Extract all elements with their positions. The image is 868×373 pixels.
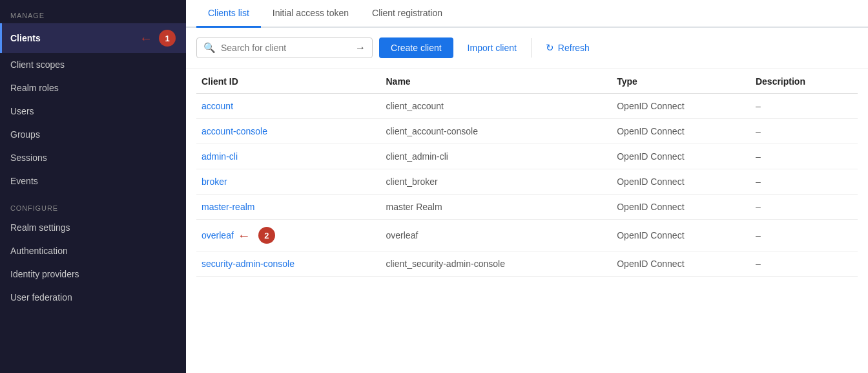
- cell-type: OpenID Connect: [612, 119, 750, 144]
- tab-client-registration[interactable]: Client registration: [360, 0, 454, 28]
- cell-type: OpenID Connect: [612, 169, 750, 195]
- overleaf-arrow-annotation: ←: [238, 228, 251, 243]
- client-id-link[interactable]: account-console: [202, 126, 267, 136]
- sidebar-item-label: Identity providers: [10, 269, 79, 279]
- table-row: admin-cliclient_admin-cliOpenID Connect–: [196, 144, 858, 169]
- refresh-button[interactable]: ↻ Refresh: [538, 37, 597, 59]
- sidebar-item-label: Clients: [10, 33, 41, 43]
- search-input[interactable]: [221, 43, 350, 53]
- cell-name: client_broker: [381, 169, 612, 195]
- cell-client-id: admin-cli: [196, 144, 381, 169]
- cell-name: client_security-admin-console: [381, 251, 612, 277]
- search-icon: 🔍: [203, 42, 216, 54]
- cell-description: –: [750, 169, 858, 195]
- sidebar-item-label: Authentication: [10, 246, 68, 256]
- cell-client-id: overleaf←2: [196, 220, 381, 251]
- cell-client-id: master-realm: [196, 195, 381, 220]
- table-row: accountclient_accountOpenID Connect–: [196, 94, 858, 119]
- sidebar-item-label: Events: [10, 176, 38, 186]
- cell-type: OpenID Connect: [612, 251, 750, 277]
- refresh-label: Refresh: [558, 43, 590, 53]
- col-type: Type: [612, 69, 750, 94]
- annotation-badge-1: 1: [159, 30, 176, 47]
- sidebar-item-realm-settings[interactable]: Realm settings: [0, 216, 186, 239]
- cell-description: –: [750, 94, 858, 119]
- cell-description: –: [750, 144, 858, 169]
- sidebar-item-client-scopes[interactable]: Client scopes: [0, 53, 186, 76]
- cell-client-id: broker: [196, 169, 381, 195]
- cell-description: –: [750, 251, 858, 277]
- sidebar-item-label: User federation: [10, 292, 72, 303]
- cell-client-id: account-console: [196, 119, 381, 144]
- sidebar-item-label: Users: [10, 106, 34, 116]
- col-description: Description: [750, 69, 858, 94]
- tab-initial-access-token[interactable]: Initial access token: [261, 0, 360, 28]
- clients-arrow-annotation: ←: [140, 31, 152, 46]
- manage-section-label: Manage: [0, 0, 186, 23]
- col-client-id: Client ID: [196, 69, 381, 94]
- table-header-row: Client ID Name Type Description: [196, 69, 858, 94]
- cell-type: OpenID Connect: [612, 144, 750, 169]
- sidebar-item-events[interactable]: Events: [0, 169, 186, 193]
- import-client-button[interactable]: Import client: [460, 37, 524, 58]
- sidebar-item-groups[interactable]: Groups: [0, 123, 186, 146]
- cell-name: overleaf: [381, 220, 612, 251]
- sidebar-item-label: Realm settings: [10, 222, 70, 233]
- sidebar-item-label: Client scopes: [10, 59, 65, 70]
- tab-bar: Clients list Initial access token Client…: [186, 0, 868, 28]
- sidebar-item-label: Sessions: [10, 153, 47, 163]
- sidebar-item-label: Realm roles: [10, 83, 59, 93]
- sidebar-item-user-federation[interactable]: User federation: [0, 286, 186, 309]
- table-row: account-consoleclient_account-consoleOpe…: [196, 119, 858, 144]
- table-row: brokerclient_brokerOpenID Connect–: [196, 169, 858, 195]
- create-client-button[interactable]: Create client: [379, 37, 453, 58]
- cell-description: –: [750, 119, 858, 144]
- annotation-badge-2: 2: [258, 227, 275, 244]
- clients-table-container: Client ID Name Type Description accountc…: [186, 69, 868, 277]
- table-row: master-realmmaster RealmOpenID Connect–: [196, 195, 858, 220]
- configure-section-label: Configure: [0, 193, 186, 216]
- cell-client-id: account: [196, 94, 381, 119]
- client-id-link[interactable]: security-admin-console: [202, 259, 294, 269]
- sidebar-item-sessions[interactable]: Sessions: [0, 146, 186, 169]
- sidebar-item-realm-roles[interactable]: Realm roles: [0, 76, 186, 100]
- refresh-icon: ↻: [546, 42, 554, 54]
- sidebar-item-identity-providers[interactable]: Identity providers: [0, 262, 186, 286]
- client-id-link[interactable]: account: [202, 101, 233, 111]
- tab-clients-list[interactable]: Clients list: [196, 0, 261, 28]
- sidebar-item-label: Groups: [10, 129, 40, 140]
- table-row: overleaf←2overleafOpenID Connect–: [196, 220, 858, 251]
- client-id-link[interactable]: broker: [202, 176, 227, 187]
- sidebar: Manage Clients ← 1 Client scopes Realm r…: [0, 0, 186, 373]
- cell-name: client_account-console: [381, 119, 612, 144]
- client-id-link[interactable]: admin-cli: [202, 151, 238, 162]
- sidebar-item-users[interactable]: Users: [0, 100, 186, 123]
- table-row: security-admin-consoleclient_security-ad…: [196, 251, 858, 277]
- sidebar-item-clients[interactable]: Clients ← 1: [0, 23, 186, 53]
- col-name: Name: [381, 69, 612, 94]
- sidebar-item-authentication[interactable]: Authentication: [0, 239, 186, 262]
- search-box[interactable]: 🔍 →: [196, 37, 373, 58]
- clients-table: Client ID Name Type Description accountc…: [196, 69, 858, 277]
- cell-type: OpenID Connect: [612, 94, 750, 119]
- cell-client-id: security-admin-console: [196, 251, 381, 277]
- toolbar-divider: [531, 38, 532, 58]
- cell-type: OpenID Connect: [612, 220, 750, 251]
- cell-description: –: [750, 220, 858, 251]
- cell-name: client_admin-cli: [381, 144, 612, 169]
- main-content: Clients list Initial access token Client…: [186, 0, 868, 373]
- cell-name: client_account: [381, 94, 612, 119]
- client-id-link[interactable]: overleaf: [202, 230, 234, 240]
- client-id-link[interactable]: master-realm: [202, 202, 254, 212]
- toolbar: 🔍 → Create client Import client ↻ Refres…: [186, 28, 868, 69]
- cell-name: master Realm: [381, 195, 612, 220]
- search-submit-arrow[interactable]: →: [355, 42, 366, 54]
- cell-description: –: [750, 195, 858, 220]
- cell-type: OpenID Connect: [612, 195, 750, 220]
